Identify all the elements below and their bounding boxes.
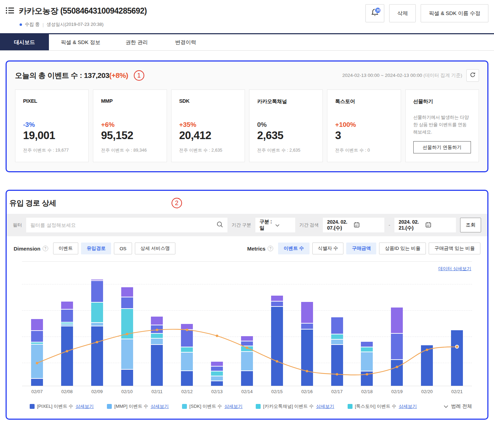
- bar-segment[interactable]: [121, 287, 133, 297]
- search-icon[interactable]: [216, 221, 223, 229]
- bar-segment[interactable]: [211, 367, 223, 371]
- stacked-bar[interactable]: [211, 362, 223, 386]
- bar-segment[interactable]: [181, 371, 193, 386]
- bar-group-02-14[interactable]: [232, 274, 262, 386]
- bar-segment[interactable]: [61, 326, 73, 386]
- date-to-field[interactable]: 2024. 02. 21.(수): [394, 218, 456, 232]
- bar-segment[interactable]: [61, 324, 73, 326]
- bar-segment[interactable]: [241, 346, 253, 351]
- bar-segment[interactable]: [31, 342, 43, 344]
- bar-segment[interactable]: [151, 334, 163, 338]
- bar-segment[interactable]: [181, 330, 193, 347]
- chip-identifier-count[interactable]: 식별자 수: [312, 243, 344, 254]
- bar-segment[interactable]: [271, 307, 283, 386]
- bar-segment[interactable]: [271, 296, 283, 301]
- bar-segment[interactable]: [91, 280, 103, 280]
- stacked-bar[interactable]: [91, 280, 103, 386]
- bar-group-02-12[interactable]: [172, 274, 202, 386]
- bar-segment[interactable]: [211, 381, 223, 386]
- stacked-bar[interactable]: [31, 319, 43, 386]
- bar-segment[interactable]: [121, 309, 133, 339]
- bar-segment[interactable]: [31, 319, 43, 330]
- legend-toggle[interactable]: 범례 전체: [444, 403, 472, 410]
- legend-detail-link[interactable]: 상세보기: [399, 403, 417, 410]
- bar-segment[interactable]: [121, 297, 133, 308]
- bar-segment[interactable]: [91, 326, 103, 386]
- bar-segment[interactable]: [331, 317, 343, 334]
- bar-segment[interactable]: [151, 317, 163, 325]
- bar-segment[interactable]: [91, 303, 103, 322]
- bar-group-02-13[interactable]: [202, 274, 232, 386]
- bar-segment[interactable]: [91, 281, 103, 302]
- tab-permissions[interactable]: 권한 관리: [112, 34, 161, 50]
- bar-group-02-20[interactable]: [412, 274, 442, 386]
- period-type-select[interactable]: 구분 : 일: [255, 218, 295, 232]
- bar-segment[interactable]: [151, 339, 163, 344]
- bar-segment[interactable]: [31, 331, 43, 342]
- bar-segment[interactable]: [121, 370, 133, 386]
- bar-segment[interactable]: [421, 345, 433, 386]
- bar-segment[interactable]: [241, 341, 253, 346]
- bar-segment[interactable]: [301, 324, 313, 329]
- bar-segment[interactable]: [361, 371, 373, 386]
- stacked-bar[interactable]: [421, 345, 433, 386]
- legend-detail-link[interactable]: 상세보기: [151, 403, 169, 410]
- bar-segment[interactable]: [331, 345, 343, 386]
- chip-os[interactable]: OS: [114, 243, 132, 254]
- bar-segment[interactable]: [151, 325, 163, 333]
- bar-segment[interactable]: [61, 310, 73, 322]
- stacked-bar[interactable]: [151, 317, 163, 386]
- refresh-button[interactable]: [466, 69, 479, 82]
- stacked-bar[interactable]: [451, 330, 463, 386]
- bar-group-02-19[interactable]: [382, 274, 412, 386]
- tab-dashboard[interactable]: 대시보드: [0, 34, 49, 50]
- bar-segment[interactable]: [361, 347, 373, 352]
- bar-segment[interactable]: [241, 336, 253, 341]
- bar-segment[interactable]: [301, 330, 313, 386]
- data-detail-link[interactable]: 데이터 상세보기: [438, 266, 471, 271]
- edit-pixel-sdk-name-button[interactable]: 픽셀 & SDK 이름 수정: [421, 4, 488, 22]
- bar-segment[interactable]: [241, 352, 253, 370]
- stacked-bar[interactable]: [391, 308, 403, 386]
- bar-segment[interactable]: [241, 371, 253, 386]
- bar-group-02-08[interactable]: [52, 274, 82, 386]
- bar-group-02-15[interactable]: [262, 274, 292, 386]
- filter-input[interactable]: [30, 222, 216, 228]
- bar-segment[interactable]: [121, 339, 133, 369]
- bar-segment[interactable]: [301, 302, 313, 323]
- bar-segment[interactable]: [211, 371, 223, 376]
- bar-group-02-21[interactable]: [442, 274, 472, 386]
- bar-segment[interactable]: [451, 330, 463, 386]
- bar-segment[interactable]: [271, 302, 283, 306]
- bar-group-02-07[interactable]: [22, 274, 52, 386]
- bar-segment[interactable]: [181, 324, 193, 329]
- chip-purchase-amount-ratio[interactable]: 구매금액 있는 비율: [429, 243, 480, 254]
- chip-service-name[interactable]: 상세 서비스명: [135, 243, 176, 254]
- stacked-bar[interactable]: [241, 336, 253, 386]
- delete-button[interactable]: 삭제: [389, 4, 416, 22]
- help-icon[interactable]: ?: [43, 246, 48, 251]
- stacked-bar[interactable]: [271, 296, 283, 386]
- chip-event[interactable]: 이벤트: [53, 243, 79, 254]
- chip-purchase-amount[interactable]: 구매금액: [346, 243, 376, 254]
- stacked-bar[interactable]: [301, 302, 313, 386]
- bar-segment[interactable]: [331, 340, 343, 344]
- bar-segment[interactable]: [61, 323, 73, 324]
- bar-segment[interactable]: [391, 334, 403, 359]
- stacked-bar[interactable]: [361, 342, 373, 386]
- bar-group-02-11[interactable]: [142, 274, 172, 386]
- bar-segment[interactable]: [361, 352, 373, 371]
- stacked-bar[interactable]: [121, 287, 133, 386]
- legend-detail-link[interactable]: 상세보기: [75, 403, 94, 410]
- legend-detail-link[interactable]: 상세보기: [224, 403, 242, 410]
- bar-segment[interactable]: [31, 379, 43, 386]
- bar-group-02-09[interactable]: [82, 274, 112, 386]
- bar-group-02-17[interactable]: [322, 274, 352, 386]
- chip-inflow-path[interactable]: 유입경로: [81, 243, 111, 254]
- bar-segment[interactable]: [211, 376, 223, 381]
- stacked-bar[interactable]: [331, 317, 343, 386]
- bar-segment[interactable]: [331, 334, 343, 339]
- bar-group-02-16[interactable]: [292, 274, 322, 386]
- bar-segment[interactable]: [151, 345, 163, 386]
- tab-pixel-sdk-info[interactable]: 픽셀 & SDK 정보: [49, 34, 112, 50]
